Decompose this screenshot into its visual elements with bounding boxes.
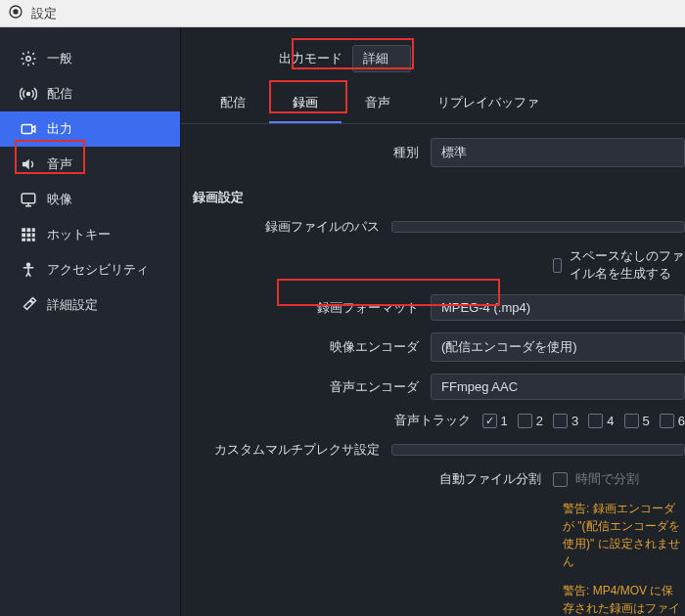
sidebar-item-label: 出力 [47, 120, 72, 138]
sidebar-item-advanced[interactable]: 詳細設定 [0, 287, 180, 323]
tab-recording[interactable]: 録画 [269, 84, 342, 123]
type-label: 種別 [181, 144, 431, 161]
video-encoder-value: (配信エンコーダを使用) [441, 339, 577, 354]
sidebar-item-general[interactable]: 一般 [0, 41, 180, 76]
sidebar: 一般 配信 出力 音声 映像 ホットキー アクセシビリティ 詳細設定 [0, 27, 181, 616]
track-6-num: 6 [678, 414, 685, 428]
svg-rect-10 [27, 234, 31, 238]
window-title: 設定 [31, 5, 57, 22]
svg-point-2 [26, 57, 31, 62]
app-icon [8, 4, 23, 22]
track-6-checkbox[interactable] [660, 414, 674, 428]
recording-format-label: 録画フォーマット [181, 299, 431, 317]
output-icon [20, 120, 37, 138]
warning-2: 警告: MP4/MOV に保存された録画はファイルをファイナライズリーン、電源断… [181, 576, 685, 616]
audio-encoder-value: FFmpeg AAC [441, 379, 518, 394]
nospace-checkbox[interactable] [553, 258, 562, 273]
sidebar-item-label: 一般 [47, 50, 72, 67]
track-2-num: 2 [536, 414, 543, 428]
sidebar-item-audio[interactable]: 音声 [0, 147, 180, 182]
content-panel: 出力モード 詳細 配信 録画 音声 リプレイバッファ 種別 標準 録画設定 [181, 27, 685, 616]
svg-rect-6 [22, 228, 25, 232]
svg-point-15 [27, 263, 30, 266]
autosplit-label: 自動ファイル分割 [181, 470, 553, 488]
sidebar-item-label: 映像 [47, 191, 72, 208]
track-3-num: 3 [571, 414, 578, 428]
track-1-checkbox[interactable] [482, 414, 497, 428]
recording-format-value: MPEG-4 (.mp4) [441, 300, 530, 315]
svg-rect-13 [27, 239, 31, 242]
tools-icon [20, 296, 37, 314]
track-4-checkbox[interactable] [588, 414, 603, 428]
svg-rect-9 [22, 234, 25, 238]
recording-format-select[interactable]: MPEG-4 (.mp4) [431, 294, 685, 321]
tab-audio[interactable]: 音声 [342, 84, 414, 123]
track-1-num: 1 [501, 414, 508, 428]
type-select[interactable]: 標準 [431, 138, 685, 167]
sidebar-item-label: アクセシビリティ [47, 261, 149, 279]
svg-rect-8 [32, 228, 35, 232]
tabbar: 配信 録画 音声 リプレイバッファ [181, 78, 685, 124]
tab-stream[interactable]: 配信 [197, 84, 269, 123]
video-encoder-select[interactable]: (配信エンコーダを使用) [431, 332, 685, 362]
autosplit-checkbox[interactable] [553, 472, 568, 487]
svg-point-1 [13, 9, 18, 14]
track-5-num: 5 [643, 414, 650, 428]
svg-rect-5 [22, 194, 35, 203]
track-5-checkbox[interactable] [624, 414, 639, 428]
output-mode-label: 出力モード [279, 50, 342, 67]
svg-rect-11 [32, 234, 35, 238]
nospace-label: スペースなしのファイル名を生成する [570, 247, 685, 283]
track-2-checkbox[interactable] [518, 414, 532, 428]
svg-rect-7 [27, 228, 31, 232]
mux-label: カスタムマルチプレクサ設定 [181, 441, 391, 459]
svg-point-3 [27, 93, 30, 96]
output-mode-select[interactable]: 詳細 [352, 45, 411, 72]
track-3-checkbox[interactable] [553, 414, 568, 428]
monitor-icon [20, 191, 37, 208]
track-4-num: 4 [607, 414, 614, 428]
recording-path-input[interactable] [391, 221, 685, 233]
warning-1: 警告: 録画エンコーダが "(配信エンコーダを使用)" に設定されません [181, 494, 685, 576]
autosplit-mode: 時間で分割 [575, 470, 639, 488]
gear-icon [20, 50, 37, 67]
video-encoder-label: 映像エンコーダ [181, 338, 431, 356]
audio-encoder-select[interactable]: FFmpeg AAC [431, 374, 685, 400]
speaker-icon [20, 155, 37, 173]
recording-path-label: 録画ファイルのパス [181, 218, 391, 236]
sidebar-item-label: 音声 [47, 155, 72, 173]
audio-tracks-label: 音声トラック [181, 412, 482, 429]
sidebar-item-accessibility[interactable]: アクセシビリティ [0, 252, 180, 287]
accessibility-icon [20, 261, 37, 279]
grid-icon [20, 226, 37, 243]
sidebar-item-label: ホットキー [47, 226, 111, 243]
sidebar-item-output[interactable]: 出力 [0, 111, 180, 147]
sidebar-item-hotkeys[interactable]: ホットキー [0, 217, 180, 252]
svg-rect-4 [22, 125, 32, 134]
type-value: 標準 [441, 145, 467, 159]
audio-encoder-label: 音声エンコーダ [181, 378, 431, 396]
mux-input[interactable] [391, 444, 685, 456]
sidebar-item-video[interactable]: 映像 [0, 182, 180, 217]
recording-section-header: 録画設定 [181, 173, 685, 212]
sidebar-item-stream[interactable]: 配信 [0, 76, 180, 111]
svg-rect-12 [22, 239, 25, 242]
antenna-icon [20, 85, 37, 103]
sidebar-item-label: 詳細設定 [47, 296, 98, 314]
tab-replay-buffer[interactable]: リプレイバッファ [414, 84, 563, 123]
output-mode-value: 詳細 [363, 51, 388, 66]
titlebar: 設定 [0, 0, 685, 27]
sidebar-item-label: 配信 [47, 85, 72, 103]
svg-rect-14 [32, 239, 35, 242]
